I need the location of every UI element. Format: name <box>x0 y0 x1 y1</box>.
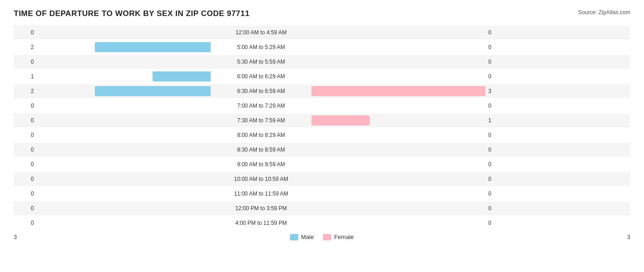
female-bar <box>311 115 370 125</box>
time-label: 12:00 AM to 4:59 AM <box>211 29 311 36</box>
bar-row: 0 8:30 AM to 8:59 AM 0 <box>14 143 630 157</box>
source-label: Source: <box>578 9 597 16</box>
legend-female-label: Female <box>334 234 354 240</box>
female-bar-area <box>311 115 486 125</box>
female-swatch <box>323 234 331 240</box>
female-value: 0 <box>488 73 502 80</box>
male-bar-area <box>37 71 211 82</box>
female-value: 0 <box>488 29 502 36</box>
time-label: 11:00 AM to 11:59 AM <box>211 190 311 197</box>
male-bar-area <box>37 145 211 155</box>
chart-area: 0 12:00 AM to 4:59 AM 0 2 5:00 AM to 5:2… <box>14 26 630 230</box>
legend-male: Male <box>290 234 314 240</box>
axis-max-label: 3 <box>612 234 630 240</box>
bar-row: 1 6:00 AM to 6:29 AM 0 <box>14 70 630 83</box>
time-label: 10:00 AM to 10:59 AM <box>211 176 311 182</box>
bar-row: 0 8:00 AM to 8:29 AM 0 <box>14 128 630 142</box>
male-value: 0 <box>20 132 34 138</box>
chart-header: TIME OF DEPARTURE TO WORK BY SEX IN ZIP … <box>14 9 630 18</box>
male-value: 0 <box>20 220 34 226</box>
time-label: 5:30 AM to 5:59 AM <box>211 59 311 65</box>
female-value: 0 <box>488 220 502 226</box>
right-section: 0 <box>311 128 508 142</box>
left-section: 2 <box>14 84 211 98</box>
female-bar <box>311 86 486 96</box>
male-bar-area <box>37 218 211 228</box>
female-value: 0 <box>488 190 502 197</box>
male-value: 0 <box>20 161 34 168</box>
right-section: 0 <box>311 40 508 54</box>
right-section: 0 <box>311 99 508 113</box>
male-value: 0 <box>20 59 34 65</box>
male-bar-area <box>37 189 211 199</box>
left-section: 0 <box>14 201 211 215</box>
right-section: 0 <box>311 143 508 157</box>
female-value: 0 <box>488 147 502 153</box>
left-section: 0 <box>14 114 211 127</box>
female-bar-area <box>311 189 486 199</box>
time-label: 6:00 AM to 6:29 AM <box>211 73 311 80</box>
right-section: 0 <box>311 201 508 215</box>
right-section: 0 <box>311 172 508 186</box>
left-section: 2 <box>14 40 211 54</box>
right-section: 3 <box>311 84 508 98</box>
female-bar-area <box>311 57 486 67</box>
legend-center: Male Female <box>32 234 612 240</box>
male-value: 2 <box>20 88 34 94</box>
male-value: 0 <box>20 147 34 153</box>
female-bar-area <box>311 101 486 111</box>
right-section: 1 <box>311 114 508 127</box>
bar-row: 2 5:00 AM to 5:29 AM 0 <box>14 40 630 54</box>
time-label: 7:00 AM to 7:29 AM <box>211 103 311 109</box>
female-value: 0 <box>488 176 502 182</box>
female-bar-area <box>311 42 486 52</box>
female-bar-area <box>311 27 486 38</box>
male-bar-area <box>37 86 211 96</box>
time-label: 5:00 AM to 5:29 AM <box>211 44 311 50</box>
male-bar <box>95 86 211 96</box>
female-value: 3 <box>488 88 502 94</box>
female-value: 1 <box>488 117 502 124</box>
legend-female: Female <box>323 234 354 240</box>
right-section: 0 <box>311 70 508 83</box>
female-value: 0 <box>488 59 502 65</box>
female-bar-area <box>311 86 486 96</box>
time-label: 8:30 AM to 8:59 AM <box>211 147 311 153</box>
male-value: 0 <box>20 103 34 109</box>
time-label: 12:00 PM to 3:59 PM <box>211 205 311 212</box>
axis-min-label: 3 <box>14 234 32 240</box>
right-section: 0 <box>311 158 508 171</box>
male-bar-area <box>37 159 211 169</box>
female-bar-area <box>311 71 486 82</box>
time-label: 8:00 AM to 8:29 AM <box>211 132 311 138</box>
left-section: 0 <box>14 143 211 157</box>
left-section: 0 <box>14 26 211 39</box>
male-bar-area <box>37 115 211 125</box>
male-value: 0 <box>20 117 34 124</box>
male-bar-area <box>37 101 211 111</box>
male-value: 0 <box>20 176 34 182</box>
female-value: 0 <box>488 161 502 168</box>
time-label: 6:30 AM to 6:59 AM <box>211 88 311 94</box>
left-section: 0 <box>14 216 211 230</box>
chart-source: Source: ZipAtlas.com <box>578 9 630 16</box>
female-value: 0 <box>488 132 502 138</box>
bar-row: 0 4:00 PM to 11:59 PM 0 <box>14 216 630 230</box>
legend-male-label: Male <box>301 234 314 240</box>
bar-row: 0 10:00 AM to 10:59 AM 0 <box>14 172 630 186</box>
male-bar-area <box>37 27 211 38</box>
male-value: 0 <box>20 190 34 197</box>
bar-row: 2 6:30 AM to 6:59 AM 3 <box>14 84 630 98</box>
male-bar-area <box>37 174 211 184</box>
time-label: 9:00 AM to 9:59 AM <box>211 161 311 168</box>
male-bar-area <box>37 57 211 67</box>
time-label: 4:00 PM to 11:59 PM <box>211 220 311 226</box>
female-value: 0 <box>488 103 502 109</box>
male-swatch <box>290 234 298 240</box>
right-section: 0 <box>311 216 508 230</box>
chart-container: TIME OF DEPARTURE TO WORK BY SEX IN ZIP … <box>0 0 644 259</box>
bar-row: 0 9:00 AM to 9:59 AM 0 <box>14 158 630 171</box>
left-section: 0 <box>14 55 211 69</box>
male-value: 1 <box>20 73 34 80</box>
bar-row: 0 12:00 AM to 4:59 AM 0 <box>14 26 630 39</box>
